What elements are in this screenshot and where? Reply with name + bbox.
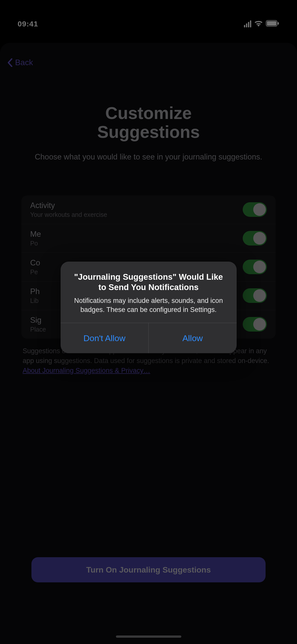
screen: 09:41 Back CustomizeSuggestions Choose w — [0, 0, 297, 644]
dont-allow-button[interactable]: Don't Allow — [61, 323, 149, 353]
alert-message: Notifications may include alerts, sounds… — [71, 296, 227, 314]
notification-permission-alert: "Journaling Suggestions" Would Like to S… — [61, 262, 237, 353]
alert-title: "Journaling Suggestions" Would Like to S… — [71, 272, 227, 293]
allow-button[interactable]: Allow — [149, 323, 237, 353]
